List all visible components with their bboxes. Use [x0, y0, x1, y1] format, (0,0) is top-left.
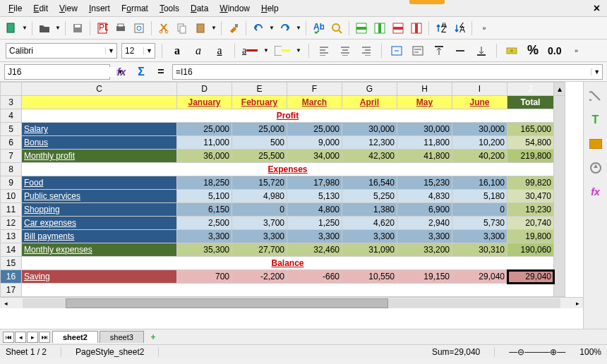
- equals-icon[interactable]: =: [152, 63, 169, 80]
- col-header[interactable]: C: [22, 83, 177, 96]
- dropdown-arrow-icon[interactable]: ▼: [295, 42, 302, 59]
- paste-icon[interactable]: [192, 20, 209, 37]
- align-left-icon[interactable]: [315, 42, 332, 59]
- functions-icon[interactable]: fx: [587, 183, 604, 200]
- undo-icon[interactable]: [250, 20, 267, 37]
- horizontal-scrollbar[interactable]: ◂▸: [0, 297, 583, 308]
- spellcheck-icon[interactable]: Abc: [310, 20, 327, 37]
- tab-prev-icon[interactable]: ◂: [15, 332, 26, 343]
- font-name-field[interactable]: ▼: [6, 43, 117, 59]
- delete-col-icon[interactable]: [408, 20, 425, 37]
- merge-cells-icon[interactable]: [388, 42, 405, 59]
- open-icon[interactable]: [36, 20, 53, 37]
- autospell-icon[interactable]: [328, 20, 345, 37]
- insert-col-icon[interactable]: [371, 20, 388, 37]
- styles-icon[interactable]: T: [587, 111, 604, 128]
- dropdown-arrow-icon[interactable]: ▼: [295, 20, 302, 37]
- new-doc-icon[interactable]: [3, 20, 20, 37]
- properties-icon[interactable]: [587, 87, 604, 104]
- menu-tools[interactable]: Tools: [154, 1, 185, 16]
- formula-input[interactable]: ▼: [172, 64, 603, 80]
- cut-icon[interactable]: [155, 20, 172, 37]
- active-cell[interactable]: 29,040: [507, 270, 554, 284]
- bold-icon[interactable]: a: [169, 42, 186, 59]
- zoom-slider[interactable]: —⊖———⊕—: [509, 347, 565, 357]
- font-color-icon[interactable]: a: [241, 42, 258, 59]
- function-wizard-icon[interactable]: fx: [113, 63, 130, 80]
- underline-icon[interactable]: a: [211, 42, 228, 59]
- italic-icon[interactable]: a: [190, 42, 207, 59]
- svg-rect-14: [235, 24, 238, 28]
- vertical-scrollbar[interactable]: [554, 96, 565, 297]
- scroll-up-icon[interactable]: ▴: [554, 83, 565, 96]
- copy-icon[interactable]: [174, 20, 191, 37]
- svg-rect-20: [378, 23, 381, 33]
- menu-insert[interactable]: Insert: [83, 1, 116, 16]
- col-header[interactable]: I: [452, 83, 507, 96]
- more-icon[interactable]: »: [567, 42, 584, 59]
- redo-icon[interactable]: [277, 20, 294, 37]
- insert-row-icon[interactable]: [353, 20, 370, 37]
- tab-sheet3[interactable]: sheet3: [100, 331, 144, 343]
- number-format-icon[interactable]: 0.0: [546, 42, 563, 59]
- svg-rect-13: [197, 24, 204, 32]
- status-sheet: Sheet 1 / 2: [6, 347, 61, 357]
- dropdown-arrow-icon[interactable]: ▼: [210, 20, 217, 37]
- col-header[interactable]: H: [397, 83, 452, 96]
- delete-row-icon[interactable]: [390, 20, 407, 37]
- spreadsheet-grid[interactable]: CDEFGHIJ▴ 3JanuaryFebruaryMarchAprilMayJ…: [0, 82, 583, 329]
- menu-bar: File Edit View Insert Format Tools Data …: [0, 0, 607, 17]
- col-header[interactable]: G: [342, 83, 397, 96]
- preview-icon[interactable]: [131, 20, 148, 37]
- highlight-icon[interactable]: [274, 42, 291, 59]
- sort-asc-icon[interactable]: AZ: [433, 20, 450, 37]
- pdf-icon[interactable]: PDF: [94, 20, 111, 37]
- dropdown-arrow-icon[interactable]: ▼: [54, 20, 61, 37]
- save-icon[interactable]: [69, 20, 86, 37]
- tab-last-icon[interactable]: ⏭: [39, 332, 50, 343]
- svg-rect-22: [393, 27, 403, 30]
- menu-help[interactable]: Help: [256, 1, 284, 16]
- format-paintbrush-icon[interactable]: [225, 20, 242, 37]
- dropdown-arrow-icon[interactable]: ▼: [21, 20, 28, 37]
- menu-data[interactable]: Data: [185, 1, 214, 16]
- col-header[interactable]: E: [232, 83, 287, 96]
- menu-file[interactable]: File: [3, 1, 28, 16]
- row-header[interactable]: 3: [1, 96, 22, 109]
- tab-first-icon[interactable]: ⏮: [3, 332, 14, 343]
- print-icon[interactable]: [112, 20, 129, 37]
- standard-toolbar: ▼ ▼ PDF ▼ ▼ ▼ Abc AZ ZA »: [0, 17, 607, 40]
- sort-desc-icon[interactable]: ZA: [451, 20, 468, 37]
- more-icon[interactable]: »: [476, 20, 493, 37]
- dropdown-arrow-icon[interactable]: ▼: [268, 20, 275, 37]
- tab-sheet2[interactable]: sheet2: [52, 331, 98, 343]
- dropdown-arrow-icon[interactable]: ▼: [263, 42, 270, 59]
- svg-point-33: [510, 49, 513, 52]
- gallery-icon[interactable]: [587, 135, 604, 152]
- sum-icon[interactable]: Σ: [133, 63, 150, 80]
- add-sheet-icon[interactable]: +: [147, 332, 160, 342]
- valign-bot-icon[interactable]: [473, 42, 490, 59]
- close-icon[interactable]: ×: [589, 2, 604, 15]
- status-zoom[interactable]: 100%: [579, 347, 601, 357]
- menu-view[interactable]: View: [54, 1, 83, 16]
- col-header[interactable]: D: [177, 83, 232, 96]
- status-sum[interactable]: Sum=29,040: [432, 347, 495, 357]
- align-right-icon[interactable]: [358, 42, 375, 59]
- cell-reference-field[interactable]: ▼: [4, 64, 110, 80]
- tab-next-icon[interactable]: ▸: [27, 332, 38, 343]
- menu-format[interactable]: Format: [116, 1, 154, 16]
- percent-icon[interactable]: %: [524, 42, 541, 59]
- valign-top-icon[interactable]: [431, 42, 447, 59]
- align-center-icon[interactable]: [337, 42, 354, 59]
- valign-mid-icon[interactable]: [452, 42, 469, 59]
- wrap-text-icon[interactable]: [409, 42, 426, 59]
- menu-window[interactable]: Window: [214, 1, 256, 16]
- font-size-field[interactable]: ▼: [121, 43, 155, 59]
- col-header[interactable]: F: [287, 83, 342, 96]
- currency-icon[interactable]: [503, 42, 520, 59]
- status-pagestyle: PageStyle_sheet2: [76, 347, 159, 357]
- navigator-icon[interactable]: [587, 159, 604, 176]
- col-header[interactable]: J: [507, 83, 554, 96]
- menu-edit[interactable]: Edit: [28, 1, 54, 16]
